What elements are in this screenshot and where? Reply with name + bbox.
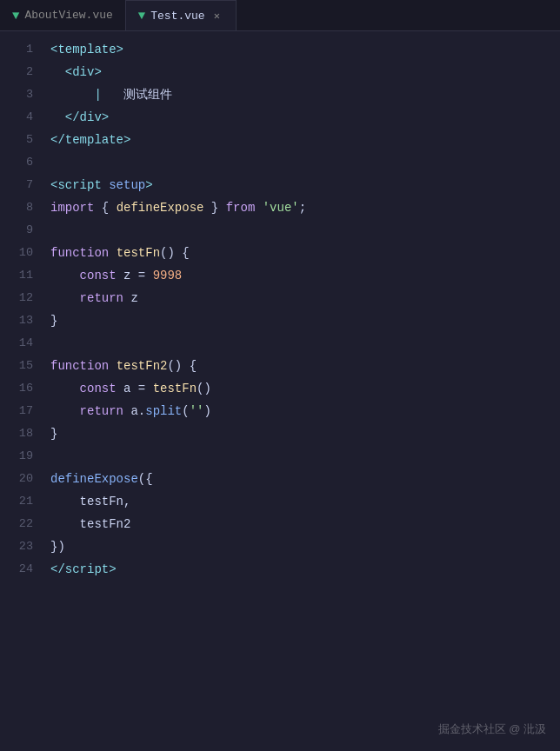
vue-icon-about: ▼	[12, 9, 19, 23]
line-num-6: 6	[0, 151, 33, 174]
line-num-8: 8	[0, 196, 33, 219]
code-line-11: const z = 9998	[43, 264, 560, 287]
tab-test-vue[interactable]: ▼ Test.vue ✕	[126, 0, 237, 30]
line-num-21: 21	[0, 490, 33, 513]
code-line-18: }	[43, 422, 560, 445]
tab-bar: ▼ AboutView.vue ▼ Test.vue ✕	[0, 0, 560, 31]
line-num-10: 10	[0, 242, 33, 264]
tab-test-label: Test.vue	[150, 10, 204, 23]
line-num-13: 13	[0, 309, 33, 332]
code-line-4: </div>	[43, 106, 560, 129]
code-line-1: <template>	[43, 38, 560, 61]
code-line-12: return z	[43, 287, 560, 309]
tab-about-view[interactable]: ▼ AboutView.vue	[0, 0, 126, 30]
code-line-10: function testFn() {	[43, 242, 560, 264]
code-line-17: return a.split('')	[43, 400, 560, 422]
line-num-22: 22	[0, 513, 33, 535]
code-line-5: </template>	[43, 129, 560, 151]
line-num-20: 20	[0, 468, 33, 490]
tab-about-label: AboutView.vue	[24, 9, 112, 22]
editor-area: 1 2 3 4 5 6 7 8 9 10 11 12 13 14 15 16 1…	[0, 31, 560, 751]
line-num-14: 14	[0, 332, 33, 355]
code-line-20: defineExpose({	[43, 468, 560, 490]
line-num-12: 12	[0, 287, 33, 309]
line-num-19: 19	[0, 445, 33, 468]
code-line-2: <div>	[43, 61, 560, 83]
line-num-2: 2	[0, 61, 33, 83]
code-content[interactable]: <template> <div> | 测试组件 </div> </templat…	[43, 31, 560, 751]
line-num-3: 3	[0, 83, 33, 106]
close-icon[interactable]: ✕	[210, 8, 223, 24]
code-line-13: }	[43, 309, 560, 332]
code-line-8: import { defineExpose } from 'vue';	[43, 196, 560, 219]
code-line-21: testFn,	[43, 490, 560, 513]
code-line-24: </script>	[43, 558, 560, 581]
code-line-19	[43, 445, 560, 468]
code-line-6	[43, 151, 560, 174]
line-num-11: 11	[0, 264, 33, 287]
line-num-23: 23	[0, 535, 33, 558]
code-line-7: <script setup>	[43, 174, 560, 196]
line-num-16: 16	[0, 377, 33, 400]
code-line-16: const a = testFn()	[43, 377, 560, 400]
line-num-7: 7	[0, 174, 33, 196]
line-num-18: 18	[0, 422, 33, 445]
code-line-9	[43, 219, 560, 242]
line-num-5: 5	[0, 129, 33, 151]
code-line-15: function testFn2() {	[43, 355, 560, 377]
line-num-15: 15	[0, 355, 33, 377]
code-line-22: testFn2	[43, 513, 560, 535]
line-num-24: 24	[0, 558, 33, 581]
line-num-1: 1	[0, 38, 33, 61]
code-line-23: })	[43, 535, 560, 558]
line-numbers: 1 2 3 4 5 6 7 8 9 10 11 12 13 14 15 16 1…	[0, 31, 43, 751]
line-num-17: 17	[0, 400, 33, 422]
vue-icon-test: ▼	[138, 9, 145, 23]
line-num-9: 9	[0, 219, 33, 242]
code-line-14	[43, 332, 560, 355]
line-num-4: 4	[0, 106, 33, 129]
code-line-3: | 测试组件	[43, 83, 560, 106]
